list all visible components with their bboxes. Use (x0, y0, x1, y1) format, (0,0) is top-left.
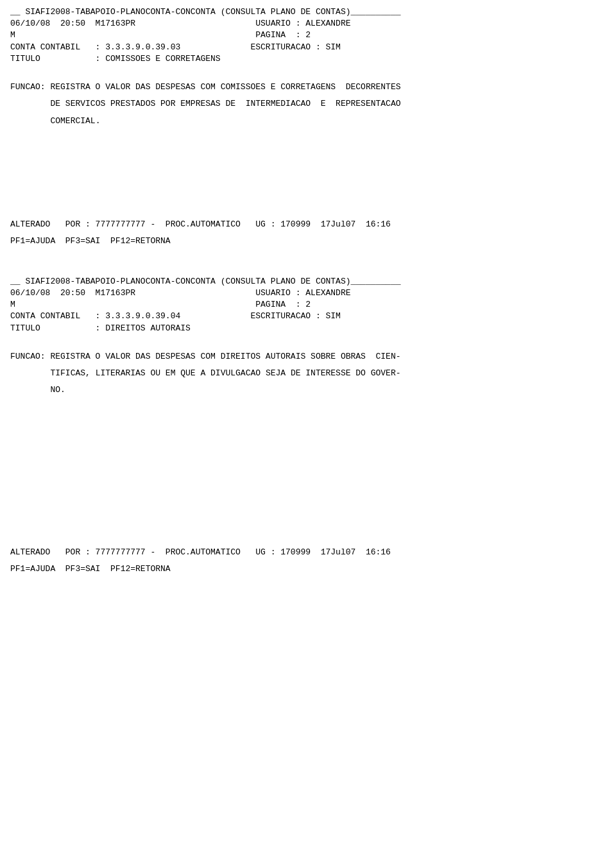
header-line3-s1: M PAGINA : 2 (10, 30, 606, 41)
header-line4-s1: CONTA CONTABIL : 3.3.3.9.0.39.03 ESCRITU… (10, 42, 606, 53)
footer-line2-s2[interactable]: PF1=AJUDA PF3=SAI PF12=RETORNA (10, 563, 606, 575)
header-line5-s2: TITULO : DIREITOS AUTORAIS (10, 323, 606, 334)
page-section-1: __ SIAFI2008-TABAPOIO-PLANOCONTA-CONCONT… (10, 6, 606, 247)
header-line1-s2: __ SIAFI2008-TABAPOIO-PLANOCONTA-CONCONT… (10, 276, 606, 287)
funcao-line1-s2: FUNCAO: REGISTRA O VALOR DAS DESPESAS CO… (10, 351, 606, 363)
header-line1-s1: __ SIAFI2008-TABAPOIO-PLANOCONTA-CONCONT… (10, 6, 606, 18)
header-line2-s1: 06/10/08 20:50 M17163PR USUARIO : ALEXAN… (10, 18, 606, 30)
header-line3-s2: M PAGINA : 2 (10, 299, 606, 311)
footer-line2-s1[interactable]: PF1=AJUDA PF3=SAI PF12=RETORNA (10, 236, 606, 247)
funcao-line3-s1: COMERCIAL. (10, 116, 606, 127)
page-section-2: __ SIAFI2008-TABAPOIO-PLANOCONTA-CONCONT… (10, 276, 606, 575)
funcao-line2-s2: TIFICAS, LITERARIAS OU EM QUE A DIVULGAC… (10, 368, 606, 379)
header-line5-s1: TITULO : COMISSOES E CORRETAGENS (10, 53, 606, 65)
header-line4-s2: CONTA CONTABIL : 3.3.3.9.0.39.04 ESCRITU… (10, 311, 606, 322)
footer-line1-s1: ALTERADO POR : 7777777777 - PROC.AUTOMAT… (10, 219, 606, 230)
funcao-line2-s1: DE SERVICOS PRESTADOS POR EMPRESAS DE IN… (10, 98, 606, 110)
funcao-line3-s2: NO. (10, 384, 606, 396)
funcao-line1-s1: FUNCAO: REGISTRA O VALOR DAS DESPESAS CO… (10, 81, 606, 93)
footer-line1-s2: ALTERADO POR : 7777777777 - PROC.AUTOMAT… (10, 547, 606, 558)
header-line2-s2: 06/10/08 20:50 M17163PR USUARIO : ALEXAN… (10, 287, 606, 299)
